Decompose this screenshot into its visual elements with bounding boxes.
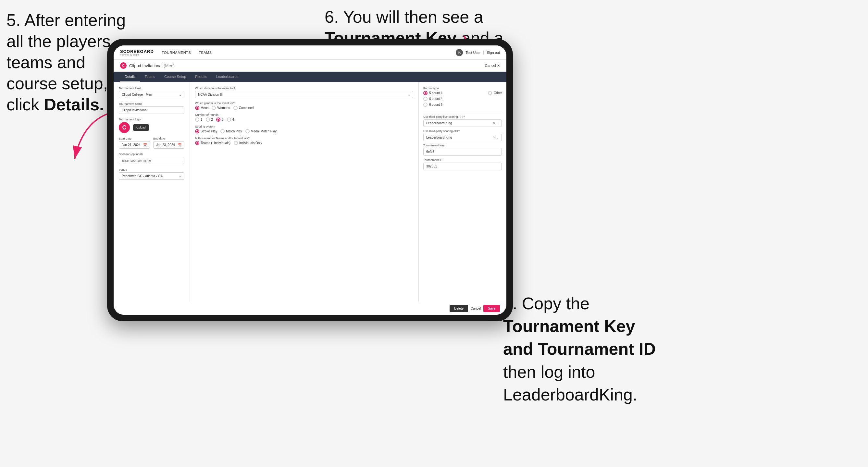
- sponsor-input[interactable]: [119, 157, 184, 164]
- format-6count4-radio[interactable]: [423, 97, 428, 101]
- scoring-medal-option[interactable]: Medal Match Play: [245, 129, 277, 133]
- gender-mens-label: Mens: [200, 106, 208, 110]
- scoring-medal-radio[interactable]: [245, 129, 250, 133]
- division-label: Which division is the event for?: [195, 87, 413, 90]
- format-5count4-radio[interactable]: [423, 91, 428, 95]
- cancel-tournament-button[interactable]: Cancel ✕: [485, 64, 500, 68]
- rounds-2-radio[interactable]: [206, 118, 210, 122]
- tournament-key-field: Tournament Key 6efb7: [423, 144, 502, 156]
- nav-signout[interactable]: Sign out: [487, 51, 500, 55]
- tab-results[interactable]: Results: [190, 72, 212, 82]
- teams-indiv-only-radio[interactable]: [234, 141, 238, 145]
- tournament-logo-icon: C: [120, 62, 127, 69]
- third-party-api-label: Use third-party scoring API?: [423, 129, 502, 133]
- format-6count5-option[interactable]: 6 count 5: [423, 102, 502, 107]
- tabs-bar: Details Teams Course Setup Results Leade…: [114, 72, 506, 82]
- tournament-id-label: Tournament ID: [423, 158, 502, 162]
- teams-indiv-only-label: Individuals Only: [239, 141, 262, 145]
- tab-leaderboards[interactable]: Leaderboards: [212, 72, 243, 82]
- scoring-field: Scoring system Stroke Play Match Play: [195, 125, 413, 133]
- delete-button[interactable]: Delete: [450, 305, 468, 312]
- third-party-live-field: Use third-party live scoring API? Leader…: [423, 115, 502, 127]
- date-row: Start date Jan 21, 2024 📅 End date Jan 2…: [119, 137, 184, 149]
- format-5count4-option[interactable]: 5 count 4 Other: [423, 91, 502, 95]
- rounds-1-radio[interactable]: [195, 118, 199, 122]
- nav-right: TU Test User | Sign out: [456, 49, 500, 56]
- nav-teams-link[interactable]: TEAMS: [199, 51, 212, 55]
- teams-plus-indiv-label: Teams (+Individuals): [200, 141, 230, 145]
- rounds-1-label: 1: [200, 118, 203, 121]
- rounds-3-option[interactable]: 3: [216, 118, 224, 122]
- venue-select[interactable]: Peachtree GC - Atlanta - GA ⌄: [119, 172, 184, 180]
- scoring-match-option[interactable]: Match Play: [220, 129, 242, 133]
- tournament-name-label: Tournament name: [119, 102, 184, 105]
- tab-teams[interactable]: Teams: [140, 72, 160, 82]
- rounds-4-radio[interactable]: [227, 118, 231, 122]
- venue-field: Venue Peachtree GC - Atlanta - GA ⌄: [119, 168, 184, 180]
- teams-indiv-only-option[interactable]: Individuals Only: [234, 141, 262, 145]
- teams-field: Is this event for Teams and/or Individua…: [195, 136, 413, 145]
- calendar-icon: 📅: [178, 143, 182, 147]
- mid-column: Which division is the event for? NCAA Di…: [190, 82, 419, 302]
- tab-details[interactable]: Details: [120, 72, 140, 82]
- gender-mens-radio[interactable]: [195, 106, 199, 110]
- third-party-live-input[interactable]: Leaderboard King ✕ ⌄: [423, 119, 502, 127]
- teams-plus-indiv-option[interactable]: Teams (+Individuals): [195, 141, 230, 145]
- tablet-frame: SCOREBOARD Powered by clippd TOURNAMENTS…: [107, 39, 513, 321]
- right-column: Format type 5 count 4 Other 6 count 4: [419, 82, 506, 302]
- format-6count5-label: 6 count 5: [429, 103, 442, 106]
- divider1: [423, 112, 502, 112]
- tournament-name-field: Tournament name Clippd Invitational: [119, 102, 184, 114]
- bottom-bar: Delete Cancel Save: [114, 302, 506, 315]
- scoring-stroke-option[interactable]: Stroke Play: [195, 129, 217, 133]
- rounds-1-option[interactable]: 1: [195, 118, 203, 122]
- third-party-api-clear-icon[interactable]: ✕ ⌄: [493, 136, 499, 139]
- gender-mens-option[interactable]: Mens: [195, 106, 208, 110]
- tournament-name-input[interactable]: Clippd Invitational: [119, 106, 184, 114]
- rounds-3-radio[interactable]: [216, 118, 220, 122]
- third-party-api-input[interactable]: Leaderboard King ✕ ⌄: [423, 134, 502, 141]
- nav-logo-title: SCOREBOARD: [120, 49, 154, 54]
- start-date-label: Start date: [119, 137, 150, 140]
- end-date-input[interactable]: Jan 23, 2024 📅: [153, 141, 184, 149]
- format-6count5-radio[interactable]: [423, 102, 428, 107]
- rounds-2-option[interactable]: 2: [206, 118, 213, 122]
- rounds-4-option[interactable]: 4: [227, 118, 235, 122]
- gender-combined-label: Combined: [239, 106, 254, 110]
- cancel-button[interactable]: Cancel: [471, 307, 481, 310]
- teams-plus-indiv-radio[interactable]: [195, 141, 199, 145]
- nav-user: Test User: [465, 51, 480, 55]
- start-date-field: Start date Jan 21, 2024 📅: [119, 137, 150, 149]
- rounds-field: Number of rounds 1 2 3: [195, 113, 413, 122]
- upload-button[interactable]: Upload: [133, 124, 149, 131]
- format-other-radio[interactable]: [488, 91, 492, 95]
- third-party-live-clear-icon[interactable]: ✕ ⌄: [493, 121, 499, 125]
- tournament-host-select[interactable]: Clippd College - Men ⌄: [119, 91, 184, 98]
- rounds-radio-group: 1 2 3 4: [195, 118, 413, 122]
- rounds-label: Number of rounds: [195, 113, 413, 117]
- save-button[interactable]: Save: [483, 305, 500, 312]
- nav-avatar: TU: [456, 49, 463, 56]
- division-select[interactable]: NCAA Division III ⌄: [195, 91, 413, 98]
- scoring-stroke-label: Stroke Play: [200, 129, 217, 133]
- left-column: Tournament Host Clippd College - Men ⌄ T…: [114, 82, 190, 302]
- format-other-label: Other: [494, 91, 502, 95]
- tab-course-setup[interactable]: Course Setup: [160, 72, 190, 82]
- gender-combined-option[interactable]: Combined: [234, 106, 254, 110]
- nav-tournaments-link[interactable]: TOURNAMENTS: [162, 51, 191, 55]
- tournament-id-value: 302051: [423, 163, 502, 170]
- gender-womens-option[interactable]: Womens: [212, 106, 230, 110]
- end-date-field: End date Jan 23, 2024 📅: [153, 137, 184, 149]
- gender-womens-radio[interactable]: [212, 106, 216, 110]
- scoring-match-radio[interactable]: [220, 129, 225, 133]
- gender-label: Which gender is the event for?: [195, 101, 413, 105]
- gender-combined-radio[interactable]: [234, 106, 238, 110]
- teams-radio-group: Teams (+Individuals) Individuals Only: [195, 141, 413, 145]
- format-6count4-option[interactable]: 6 count 4: [423, 97, 502, 101]
- start-date-input[interactable]: Jan 21, 2024 📅: [119, 141, 150, 149]
- scoring-stroke-radio[interactable]: [195, 129, 199, 133]
- tournament-name: Clippd Invitational (Men): [129, 63, 175, 68]
- sponsor-field: Sponsor (optional): [119, 153, 184, 164]
- scoring-match-label: Match Play: [226, 129, 242, 133]
- gender-field: Which gender is the event for? Mens Wome…: [195, 101, 413, 110]
